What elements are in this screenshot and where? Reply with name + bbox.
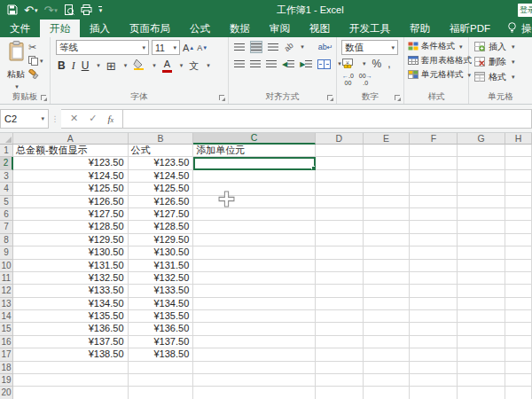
row-header-20[interactable]: 20 xyxy=(0,387,13,399)
row-header-5[interactable]: 5 xyxy=(0,196,13,208)
cell-A2[interactable]: ¥123.50 xyxy=(13,157,129,169)
accounting-dropdown-icon[interactable]: ▾ xyxy=(363,60,366,67)
cell-G10[interactable] xyxy=(458,260,505,272)
cell-B8[interactable]: ¥129.50 xyxy=(129,234,194,246)
row-header-18[interactable]: 18 xyxy=(0,362,13,374)
tab-9[interactable]: 帮助 xyxy=(400,20,440,37)
cell-A5[interactable]: ¥126.50 xyxy=(13,196,129,208)
cell-F17[interactable] xyxy=(410,348,458,361)
cell-A19[interactable] xyxy=(13,374,129,387)
cell-C9[interactable] xyxy=(193,246,316,259)
cell-H19[interactable] xyxy=(505,374,532,387)
cell-H14[interactable] xyxy=(505,310,532,323)
cell-B11[interactable]: ¥132.50 xyxy=(129,272,194,285)
cell-F6[interactable] xyxy=(410,208,458,221)
wrap-text-icon[interactable]: ab↵ xyxy=(318,41,332,53)
cell-H6[interactable] xyxy=(505,208,532,221)
borders-icon[interactable]: ⊞ xyxy=(106,60,116,72)
cell-styles-button[interactable]: 单元格样式▾ xyxy=(408,69,466,81)
cell-E9[interactable] xyxy=(364,246,411,259)
enter-icon[interactable]: ✓ xyxy=(89,113,97,124)
cell-G2[interactable] xyxy=(458,157,505,169)
row-header-19[interactable]: 19 xyxy=(0,374,13,387)
cell-E18[interactable] xyxy=(364,362,411,374)
number-dialog-launcher[interactable] xyxy=(395,95,402,102)
cell-E1[interactable] xyxy=(364,145,411,157)
column-header-A[interactable]: A xyxy=(13,133,129,145)
format-cells-button[interactable]: 格式▾ xyxy=(474,71,530,83)
cell-A17[interactable]: ¥138.50 xyxy=(13,348,129,361)
cell-E3[interactable] xyxy=(364,170,411,183)
cell-H12[interactable] xyxy=(505,285,532,297)
percent-style-icon[interactable]: % xyxy=(372,58,382,70)
row-header-8[interactable]: 8 xyxy=(0,234,13,246)
cell-B5[interactable]: ¥126.50 xyxy=(129,196,194,208)
cell-B14[interactable]: ¥135.50 xyxy=(129,310,194,323)
tab-2[interactable]: 插入 xyxy=(80,20,120,37)
cut-icon[interactable]: ✂ xyxy=(28,43,43,52)
cell-G5[interactable] xyxy=(458,196,505,208)
row-header-16[interactable]: 16 xyxy=(0,336,13,348)
middle-align-icon[interactable] xyxy=(250,41,262,53)
cell-A11[interactable]: ¥132.50 xyxy=(13,272,129,285)
cell-A15[interactable]: ¥136.50 xyxy=(13,323,129,335)
cell-F9[interactable] xyxy=(410,246,458,259)
cell-D1[interactable] xyxy=(316,145,364,157)
cell-F19[interactable] xyxy=(410,374,458,387)
cell-B19[interactable] xyxy=(129,374,194,387)
cell-A18[interactable] xyxy=(13,362,129,374)
cell-E20[interactable] xyxy=(364,387,411,399)
phonetic-guide-icon[interactable]: 文 xyxy=(189,61,199,71)
align-left-icon[interactable] xyxy=(234,58,245,70)
cell-C12[interactable] xyxy=(193,285,316,297)
cell-G9[interactable] xyxy=(458,246,505,259)
tab-7[interactable]: 视图 xyxy=(300,20,340,37)
cell-C10[interactable] xyxy=(193,260,316,272)
cell-E17[interactable] xyxy=(364,348,411,361)
clipboard-dialog-launcher[interactable] xyxy=(41,95,48,102)
fill-color-dropdown-icon[interactable]: ▾ xyxy=(153,62,156,69)
cell-A20[interactable] xyxy=(13,387,129,399)
cell-C14[interactable] xyxy=(193,310,316,323)
cell-A7[interactable]: ¥128.50 xyxy=(13,221,129,233)
cell-B7[interactable]: ¥128.50 xyxy=(129,221,194,233)
conditional-formatting-button[interactable]: 条件格式▾ xyxy=(408,41,466,52)
cell-D16[interactable] xyxy=(316,336,364,348)
borders-dropdown-icon[interactable]: ▾ xyxy=(124,62,128,69)
cell-E2[interactable] xyxy=(364,157,411,169)
cell-H1[interactable] xyxy=(505,145,532,157)
cell-G13[interactable] xyxy=(458,298,505,310)
cell-A14[interactable]: ¥135.50 xyxy=(13,310,129,323)
cell-E13[interactable] xyxy=(364,298,411,310)
cell-A12[interactable]: ¥133.50 xyxy=(13,285,129,297)
cell-G17[interactable] xyxy=(458,348,505,361)
column-header-F[interactable]: F xyxy=(410,133,458,145)
cell-G3[interactable] xyxy=(458,170,505,183)
undo-icon[interactable]: ↶▾ xyxy=(24,4,37,16)
cell-C17[interactable] xyxy=(193,348,316,361)
cell-F10[interactable] xyxy=(410,260,458,272)
tell-me-search[interactable]: 操作说明搜索 xyxy=(500,20,532,37)
bold-button[interactable]: B xyxy=(58,60,66,71)
row-header-7[interactable]: 7 xyxy=(0,221,13,233)
cell-C16[interactable] xyxy=(193,336,316,348)
align-right-icon[interactable] xyxy=(266,58,277,70)
format-painter-icon[interactable] xyxy=(28,69,43,79)
align-center-icon[interactable] xyxy=(250,58,261,70)
row-header-13[interactable]: 13 xyxy=(0,298,13,310)
cell-B4[interactable]: ¥125.50 xyxy=(129,183,194,195)
increase-font-size-icon[interactable]: A▲ xyxy=(183,43,194,53)
increase-decimal-icon[interactable]: ←.000 xyxy=(342,73,354,86)
cell-E6[interactable] xyxy=(364,208,411,221)
tab-1[interactable]: 开始 xyxy=(40,20,80,37)
cell-C2[interactable] xyxy=(193,157,316,169)
format-as-table-button[interactable]: 套用表格格式▾ xyxy=(408,55,466,66)
delete-cells-button[interactable]: 删除▾ xyxy=(474,56,530,68)
cell-A13[interactable]: ¥134.50 xyxy=(13,298,129,310)
top-align-icon[interactable] xyxy=(234,41,245,53)
cell-G8[interactable] xyxy=(458,234,505,246)
cell-E12[interactable] xyxy=(364,285,411,297)
cell-G1[interactable] xyxy=(458,145,505,157)
cell-C6[interactable] xyxy=(193,208,316,221)
cell-E10[interactable] xyxy=(364,260,411,272)
